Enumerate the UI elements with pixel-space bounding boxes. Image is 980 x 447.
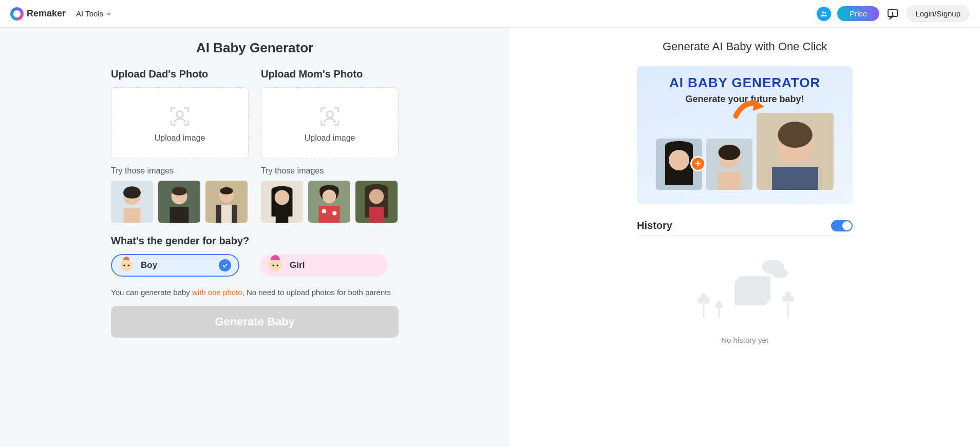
upload-dad-text: Upload image: [155, 133, 205, 143]
mom-sample-1[interactable]: [261, 181, 303, 223]
history-toggle[interactable]: [831, 220, 853, 231]
svg-point-4: [893, 14, 894, 15]
chevron-down-icon: [105, 10, 112, 17]
mom-sample-3[interactable]: [355, 181, 398, 223]
upload-mom-text: Upload image: [305, 133, 355, 143]
mom-sample-2[interactable]: [308, 181, 350, 223]
upload-person-icon: [167, 104, 193, 129]
generate-button[interactable]: Generate Baby: [111, 306, 399, 338]
svg-point-23: [322, 209, 326, 213]
upload-mom-column: Upload Mom's Photo Upload image Try thos…: [261, 68, 399, 223]
dad-sample-2[interactable]: [158, 181, 200, 223]
promo-card: AI BABY GENERATOR Generate your future b…: [637, 66, 853, 204]
feedback-button[interactable]: [884, 6, 901, 22]
empty-text: No history yet: [637, 336, 853, 344]
upload-dad-box[interactable]: Upload image: [111, 87, 249, 159]
promo-title: AI BABY GENERATOR: [646, 75, 843, 91]
svg-point-18: [275, 190, 290, 205]
svg-rect-11: [170, 207, 189, 223]
svg-point-29: [669, 150, 689, 170]
svg-point-45: [701, 294, 707, 300]
brand-name: Remaker: [27, 8, 66, 19]
logo[interactable]: Remaker: [10, 7, 66, 21]
hint-prefix: You can generate baby: [111, 288, 192, 297]
upload-dad-column: Upload Dad's Photo Upload image Try thos…: [111, 68, 249, 223]
history-header: History: [637, 220, 853, 236]
gender-row: • • Boy • • Girl: [111, 254, 399, 277]
promo-dad-image: [706, 139, 752, 190]
svg-rect-27: [369, 207, 384, 223]
hint-text: You can generate baby with one photo, No…: [111, 287, 399, 298]
upload-row: Upload Dad's Photo Upload image Try thos…: [111, 68, 399, 223]
community-icon: [817, 7, 831, 21]
empty-box-icon: [688, 251, 801, 323]
right-title: Generate AI Baby with One Click: [637, 40, 853, 53]
upload-person-icon: [317, 104, 343, 129]
hint-highlight: with one photo: [192, 288, 242, 297]
logo-icon: [10, 7, 24, 21]
community-button[interactable]: [816, 6, 832, 22]
svg-point-26: [369, 189, 384, 204]
svg-rect-22: [319, 206, 340, 223]
svg-rect-36: [772, 167, 818, 190]
svg-point-5: [177, 111, 183, 118]
svg-rect-39: [734, 282, 765, 305]
hint-suffix: , No need to upload photos for both pare…: [242, 288, 391, 297]
left-panel: AI Baby Generator Upload Dad's Photo Upl…: [0, 28, 510, 447]
svg-point-0: [822, 11, 824, 13]
svg-rect-19: [276, 208, 289, 223]
header-right: Price Login/Signup: [816, 5, 970, 22]
svg-point-16: [327, 111, 333, 118]
arrow-icon: [733, 98, 764, 123]
dad-sample-3[interactable]: [205, 181, 248, 223]
svg-point-38: [771, 268, 788, 278]
svg-marker-33: [753, 100, 764, 111]
gender-boy-button[interactable]: • • Boy: [111, 254, 239, 277]
right-panel: Generate AI Baby with One Click AI BABY …: [510, 28, 980, 447]
svg-point-1: [824, 12, 826, 13]
mom-samples: [261, 181, 399, 223]
boy-face-icon: • •: [120, 259, 133, 271]
history-label: History: [637, 220, 672, 231]
try-dad-label: Try those images: [111, 166, 249, 176]
girl-label: Girl: [290, 260, 305, 270]
promo-baby-image: [757, 113, 834, 190]
empty-state: No history yet: [637, 251, 853, 344]
nav-ai-tools-label: AI Tools: [76, 9, 103, 18]
upload-mom-label: Upload Mom's Photo: [261, 68, 399, 80]
svg-point-49: [785, 291, 791, 298]
svg-point-21: [323, 189, 336, 203]
svg-rect-32: [718, 171, 741, 190]
check-icon: [219, 259, 231, 271]
svg-point-24: [332, 211, 336, 215]
header: Remaker AI Tools Price Login/Signup: [0, 0, 980, 28]
svg-point-53: [717, 301, 721, 305]
main: AI Baby Generator Upload Dad's Photo Upl…: [0, 28, 980, 447]
dad-samples: [111, 181, 249, 223]
nav-ai-tools[interactable]: AI Tools: [72, 7, 117, 20]
svg-rect-8: [124, 208, 141, 223]
try-mom-label: Try those images: [261, 166, 399, 176]
login-button[interactable]: Login/Signup: [906, 5, 970, 22]
dad-sample-1[interactable]: [111, 181, 153, 223]
header-left: Remaker AI Tools: [10, 7, 117, 21]
svg-marker-40: [734, 276, 770, 282]
gender-girl-button[interactable]: • • Girl: [260, 254, 388, 277]
feedback-icon: [887, 8, 899, 20]
promo-images: +: [646, 113, 843, 190]
gender-question: What's the gender for baby?: [111, 235, 399, 247]
svg-rect-15: [221, 205, 232, 223]
plus-icon: +: [690, 156, 706, 171]
boy-label: Boy: [141, 260, 157, 270]
page-title: AI Baby Generator: [111, 40, 399, 56]
price-button[interactable]: Price: [837, 6, 879, 21]
girl-face-icon: • •: [269, 259, 281, 271]
upload-dad-label: Upload Dad's Photo: [111, 68, 249, 80]
upload-mom-box[interactable]: Upload image: [261, 87, 399, 159]
